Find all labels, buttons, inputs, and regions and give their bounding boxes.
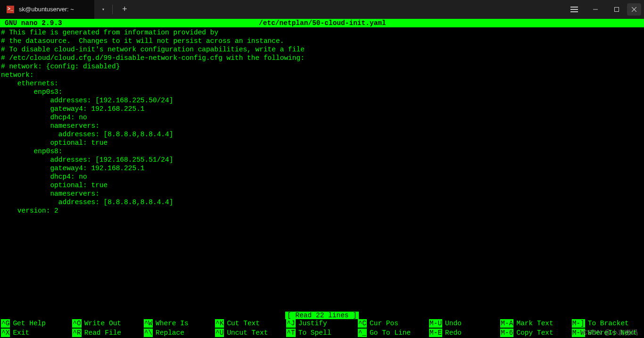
editor-line: enp0s3:	[1, 88, 643, 96]
shortcut-key: M-W	[572, 329, 585, 337]
editor-line: addresses: [192.168.255.51/24]	[1, 156, 643, 164]
nano-shortcut[interactable]: ^XExit	[1, 329, 72, 337]
shortcut-key: ^K	[215, 319, 224, 328]
nano-shortcut[interactable]: M-AMark Text	[500, 319, 571, 328]
nano-app-name: GNU nano 2.9.3	[5, 19, 62, 27]
nano-shortcut[interactable]: ^\Replace	[144, 329, 215, 337]
nano-shortcut[interactable]: ^TTo Spell	[286, 329, 357, 337]
nano-shortcut[interactable]: ^WWhere Is	[144, 319, 215, 328]
new-tab-button[interactable]: +	[117, 5, 132, 14]
editor-line: gateway4: 192.168.225.1	[1, 105, 643, 113]
shortcut-desc: Read File	[84, 329, 121, 337]
close-button[interactable]	[627, 3, 641, 16]
nano-shortcut[interactable]: M-]To Bracket	[572, 319, 643, 328]
shortcut-desc: Uncut Text	[227, 329, 268, 337]
editor-line: version: 2	[1, 206, 643, 215]
terminal-icon: >_	[7, 6, 14, 13]
tab-dropdown-icon[interactable]: ▾	[99, 7, 107, 12]
window-titlebar: >_ sk@ubuntuserver: ~ ▾ +	[0, 0, 644, 19]
nano-shortcut[interactable]: M-UUndo	[429, 319, 500, 328]
nano-shortcut[interactable]: M-WWhereIs Next	[572, 329, 643, 337]
shortcut-key: ^R	[72, 329, 81, 337]
shortcut-desc: Undo	[445, 319, 462, 328]
shortcut-key: ^G	[1, 319, 10, 328]
editor-line: gateway4: 192.168.225.1	[1, 164, 643, 173]
editor-line: optional: true	[1, 181, 643, 190]
editor-line: addresses: [8.8.8.8,8.8.4.4]	[1, 198, 643, 206]
minimize-button[interactable]	[585, 2, 606, 17]
shortcut-desc: Redo	[445, 329, 462, 337]
shortcut-desc: Cut Text	[227, 319, 260, 328]
nano-shortcuts-row-1: ^GGet Help^OWrite Out^WWhere Is^KCut Tex…	[0, 319, 644, 329]
shortcut-desc: WhereIs Next	[588, 329, 637, 337]
shortcut-desc: Go To Line	[370, 329, 411, 337]
editor-line: addresses: [192.168.225.50/24]	[1, 96, 643, 105]
nano-shortcut[interactable]: ^_Go To Line	[358, 329, 429, 337]
nano-shortcut[interactable]: ^UUncut Text	[215, 329, 286, 337]
terminal-tab[interactable]: >_ sk@ubuntuserver: ~	[0, 0, 94, 19]
shortcut-key: M-A	[500, 319, 513, 328]
shortcut-key: ^C	[358, 319, 367, 328]
editor-line: # To disable cloud-init's network config…	[1, 45, 643, 54]
svg-rect-1	[614, 8, 619, 12]
shortcut-key: ^O	[72, 319, 81, 328]
shortcut-key: ^\	[144, 329, 153, 337]
editor-line: dhcp4: no	[1, 113, 643, 122]
shortcut-desc: Exit	[13, 329, 29, 337]
editor-line: enp0s8:	[1, 147, 643, 156]
shortcut-desc: To Bracket	[588, 319, 629, 328]
hamburger-menu-icon[interactable]	[563, 2, 585, 17]
nano-header: GNU nano 2.9.3 /etc/netplan/50-cloud-ini…	[0, 19, 644, 27]
shortcut-key: ^J	[286, 319, 295, 328]
shortcut-key: ^_	[358, 329, 367, 337]
editor-content[interactable]: # This file is generated from informatio…	[0, 27, 644, 312]
shortcut-key: M-]	[572, 319, 585, 328]
shortcut-desc: Cur Pos	[370, 319, 398, 328]
nano-header-spacer	[583, 19, 639, 27]
nano-shortcut[interactable]: ^GGet Help	[1, 319, 72, 328]
nano-shortcut[interactable]: ^OWrite Out	[72, 319, 143, 328]
shortcut-key: ^U	[215, 329, 224, 337]
shortcut-key: ^T	[286, 329, 295, 337]
shortcut-desc: To Spell	[298, 329, 331, 337]
nano-status-bar: [ Read 22 lines ]	[0, 312, 644, 319]
shortcut-desc: Copy Text	[516, 329, 553, 337]
editor-line: addresses: [8.8.8.8,8.8.4.4]	[1, 130, 643, 139]
editor-line: # network: {config: disabled}	[1, 62, 643, 71]
shortcut-desc: Mark Text	[516, 319, 553, 328]
nano-shortcut[interactable]: ^CCur Pos	[358, 319, 429, 328]
shortcut-desc: Where Is	[156, 319, 189, 328]
nano-shortcut[interactable]: ^KCut Text	[215, 319, 286, 328]
nano-status-text: [ Read 22 lines ]	[285, 312, 359, 319]
editor-line: # /etc/cloud/cloud.cfg.d/99-disable-netw…	[1, 54, 643, 62]
window-controls	[563, 2, 644, 17]
shortcut-desc: Get Help	[13, 319, 46, 328]
editor-line: # This file is generated from informatio…	[1, 28, 643, 37]
editor-line: optional: true	[1, 139, 643, 147]
nano-shortcuts-row-2: ^XExit^RRead File^\Replace^UUncut Text^T…	[0, 329, 644, 338]
editor-line: nameservers:	[1, 122, 643, 130]
shortcut-key: M-U	[429, 319, 442, 328]
shortcut-key: M-E	[429, 329, 442, 337]
tab-actions: ▾ +	[94, 5, 137, 14]
terminal-area[interactable]: GNU nano 2.9.3 /etc/netplan/50-cloud-ini…	[0, 19, 644, 338]
editor-line: # the datasource. Changes to it will not…	[1, 37, 643, 45]
nano-shortcut[interactable]: ^RRead File	[72, 329, 143, 337]
editor-line: dhcp4: no	[1, 173, 643, 181]
shortcut-desc: Write Out	[84, 319, 121, 328]
shortcut-key: ^X	[1, 329, 10, 337]
maximize-button[interactable]	[606, 2, 627, 17]
tab-title: sk@ubuntuserver: ~	[19, 6, 74, 13]
shortcut-desc: Justify	[298, 319, 327, 328]
divider	[112, 5, 113, 14]
shortcut-key: M-6	[500, 329, 513, 337]
nano-file-path: /etc/netplan/50-cloud-init.yaml	[62, 19, 583, 27]
nano-shortcut[interactable]: M-ERedo	[429, 329, 500, 337]
nano-shortcut[interactable]: M-6Copy Text	[500, 329, 571, 337]
editor-line: network:	[1, 71, 643, 79]
editor-line: nameservers:	[1, 190, 643, 198]
shortcut-desc: Replace	[156, 329, 184, 337]
nano-shortcut[interactable]: ^JJustify	[286, 319, 357, 328]
editor-line: ethernets:	[1, 79, 643, 88]
shortcut-key: ^W	[144, 319, 153, 328]
